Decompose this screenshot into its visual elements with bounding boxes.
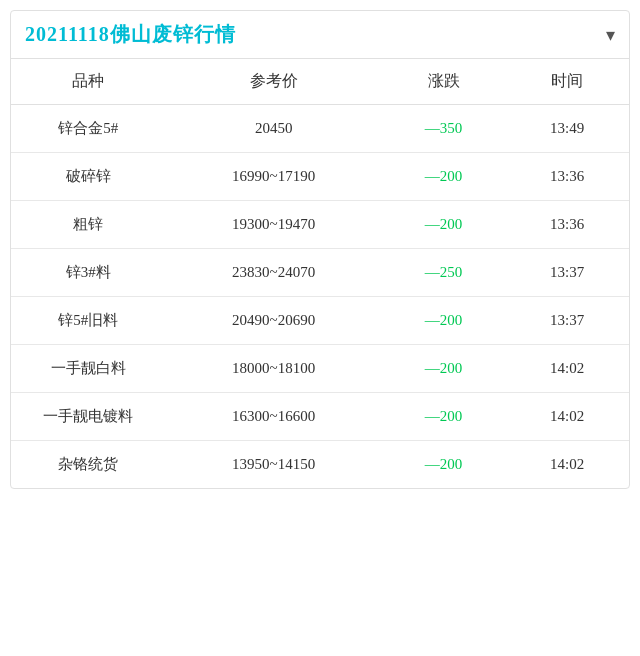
table-row: 锌5#旧料20490~20690—20013:37 [11, 297, 629, 345]
cell-time: 13:37 [505, 249, 629, 297]
cell-change: —350 [382, 105, 506, 153]
cell-price: 18000~18100 [166, 345, 382, 393]
cell-change: —200 [382, 345, 506, 393]
cell-change: —200 [382, 201, 506, 249]
table-header: 品种 参考价 涨跌 时间 [11, 59, 629, 105]
cell-time: 14:02 [505, 393, 629, 441]
col-header-price: 参考价 [166, 59, 382, 105]
cell-price: 20490~20690 [166, 297, 382, 345]
cell-price: 13950~14150 [166, 441, 382, 489]
table-row: 破碎锌16990~17190—20013:36 [11, 153, 629, 201]
cell-name: 杂铬统货 [11, 441, 166, 489]
col-header-change: 涨跌 [382, 59, 506, 105]
table-body: 锌合金5#20450—35013:49破碎锌16990~17190—20013:… [11, 105, 629, 489]
cell-time: 13:36 [505, 153, 629, 201]
cell-time: 13:49 [505, 105, 629, 153]
chevron-down-icon[interactable]: ▾ [606, 24, 615, 46]
cell-price: 23830~24070 [166, 249, 382, 297]
col-header-name: 品种 [11, 59, 166, 105]
table-row: 一手靓白料18000~18100—20014:02 [11, 345, 629, 393]
cell-change: —200 [382, 441, 506, 489]
cell-name: 锌5#旧料 [11, 297, 166, 345]
table-row: 锌3#料23830~24070—25013:37 [11, 249, 629, 297]
cell-price: 16300~16600 [166, 393, 382, 441]
cell-change: —200 [382, 153, 506, 201]
cell-name: 粗锌 [11, 201, 166, 249]
cell-name: 锌合金5# [11, 105, 166, 153]
table-row: 杂铬统货13950~14150—20014:02 [11, 441, 629, 489]
cell-change: —200 [382, 393, 506, 441]
cell-change: —250 [382, 249, 506, 297]
cell-price: 16990~17190 [166, 153, 382, 201]
cell-time: 14:02 [505, 345, 629, 393]
cell-change: —200 [382, 297, 506, 345]
cell-time: 13:36 [505, 201, 629, 249]
cell-price: 19300~19470 [166, 201, 382, 249]
cell-name: 一手靓白料 [11, 345, 166, 393]
table-row: 粗锌19300~19470—20013:36 [11, 201, 629, 249]
cell-name: 一手靓电镀料 [11, 393, 166, 441]
cell-price: 20450 [166, 105, 382, 153]
cell-name: 破碎锌 [11, 153, 166, 201]
table-row: 锌合金5#20450—35013:49 [11, 105, 629, 153]
card-header: 20211118佛山废锌行情 ▾ [11, 11, 629, 59]
cell-time: 14:02 [505, 441, 629, 489]
market-card: 20211118佛山废锌行情 ▾ 品种 参考价 涨跌 时间 锌合金5#20450… [10, 10, 630, 489]
market-table: 品种 参考价 涨跌 时间 锌合金5#20450—35013:49破碎锌16990… [11, 59, 629, 488]
cell-name: 锌3#料 [11, 249, 166, 297]
table-row: 一手靓电镀料16300~16600—20014:02 [11, 393, 629, 441]
card-title: 20211118佛山废锌行情 [25, 21, 236, 48]
cell-time: 13:37 [505, 297, 629, 345]
col-header-time: 时间 [505, 59, 629, 105]
